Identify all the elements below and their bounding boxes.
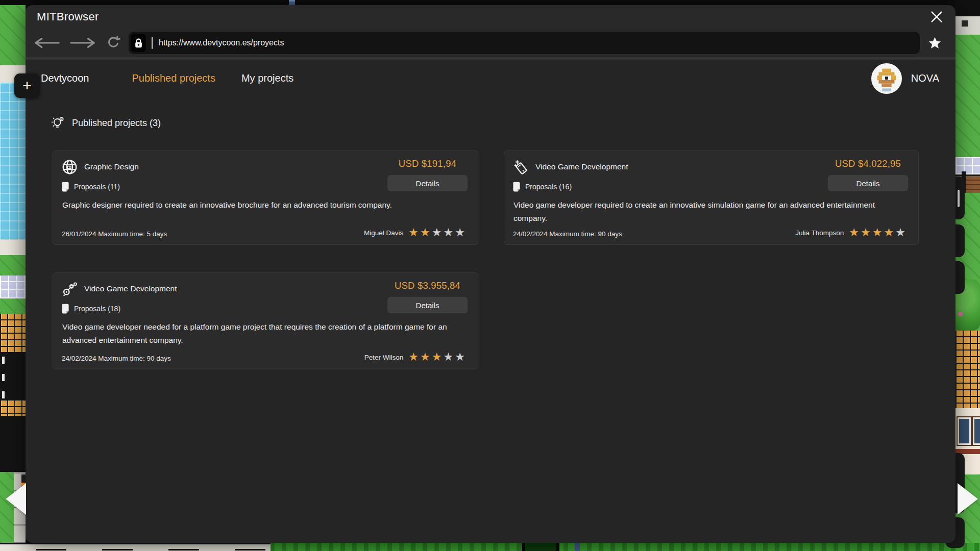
game-house-window xyxy=(973,417,980,445)
back-button[interactable] xyxy=(33,37,60,49)
project-title: Graphic Design xyxy=(84,162,139,171)
project-description: Video game developer required to create … xyxy=(513,198,895,225)
site-brand[interactable]: Devtycoon xyxy=(41,72,89,84)
game-grass xyxy=(0,298,26,314)
globe-icon xyxy=(62,159,78,175)
project-card: Graphic Design USD $191,94 Details Propo… xyxy=(53,151,478,245)
game-bush xyxy=(522,543,559,551)
page-heading: Published projects (3) xyxy=(51,116,955,130)
proposals-count: Proposals (16) xyxy=(525,183,572,191)
game-dark-area xyxy=(955,0,980,16)
star-icon: ★ xyxy=(432,226,444,239)
browser-titlebar: MITBrowser xyxy=(26,5,955,29)
star-icon: ★ xyxy=(455,350,467,363)
project-price: USD $4.022,95 xyxy=(828,158,908,169)
rating-stars: ★★★★★ xyxy=(408,352,467,362)
game-house-window xyxy=(958,417,971,445)
avatar[interactable] xyxy=(871,63,902,94)
url-bar[interactable]: https://www.devtycoon.es/proyects xyxy=(129,32,920,54)
star-icon: ★ xyxy=(408,226,420,239)
project-title: Video Game Development xyxy=(535,162,628,171)
game-dark-area xyxy=(0,416,26,472)
game-plus-button[interactable]: + xyxy=(14,73,40,98)
project-price: USD $191,94 xyxy=(387,158,468,169)
url-separator xyxy=(152,37,153,49)
details-button[interactable]: Details xyxy=(387,175,468,191)
network-nodes-icon xyxy=(62,281,78,297)
card-footer: 24/02/2024 Maximum time: 90 days Julia T… xyxy=(513,228,907,238)
reviewer: Julia Thompson ★★★★★ xyxy=(795,228,907,238)
refresh-button[interactable] xyxy=(106,36,120,50)
game-road-bottom xyxy=(0,543,271,551)
document-icon xyxy=(513,182,521,192)
star-icon: ★ xyxy=(872,226,884,239)
user-box: NOVA xyxy=(871,63,939,94)
proposals-count: Proposals (18) xyxy=(74,305,120,313)
window-title: MITBrowser xyxy=(37,10,99,23)
site-header: Devtycoon Published projects My projects xyxy=(26,60,955,97)
scroll-right-arrow[interactable] xyxy=(958,483,978,515)
card-footer: 24/02/2024 Maximum time: 90 days Peter W… xyxy=(62,352,467,362)
star-icon: ★ xyxy=(420,350,432,363)
star-icon: ★ xyxy=(895,226,907,239)
project-card: Video Game Development USD $3.955,84 Det… xyxy=(53,272,478,369)
star-icon: ★ xyxy=(444,350,455,363)
project-meta: 24/02/2024 Maximum time: 90 days xyxy=(62,355,171,362)
game-grass xyxy=(955,35,980,157)
reviewer: Peter Wilson ★★★★★ xyxy=(364,352,467,362)
arrow-right-icon xyxy=(70,37,96,49)
game-window-pixel xyxy=(962,20,968,27)
close-button[interactable] xyxy=(927,8,946,26)
lock-badge[interactable] xyxy=(131,34,146,52)
bookmark-star-icon xyxy=(928,36,942,50)
rating-stars: ★★★★★ xyxy=(849,228,907,238)
reviewer-name: Julia Thompson xyxy=(795,229,844,237)
game-grass xyxy=(0,255,26,276)
game-road xyxy=(0,240,26,255)
browser-window: MITBrowser xyxy=(26,5,955,543)
rating-stars: ★★★★★ xyxy=(408,228,467,238)
document-icon xyxy=(62,182,69,192)
tab-my-projects[interactable]: My projects xyxy=(241,72,293,84)
star-icon: ★ xyxy=(408,350,420,363)
url-input[interactable]: https://www.devtycoon.es/proyects xyxy=(159,38,284,47)
browser-toolbar: https://www.devtycoon.es/proyects xyxy=(26,29,955,57)
details-button[interactable]: Details xyxy=(828,175,908,191)
project-card: Video Game Development USD $4.022,95 Det… xyxy=(504,151,919,245)
scroll-left-arrow[interactable] xyxy=(6,483,26,515)
project-title: Video Game Development xyxy=(84,284,177,293)
tab-published-projects[interactable]: Published projects xyxy=(132,72,215,84)
reviewer-name: Peter Wilson xyxy=(364,354,404,361)
project-price: USD $3.955,84 xyxy=(387,280,468,291)
star-icon: ★ xyxy=(432,350,444,363)
details-button[interactable]: Details xyxy=(387,297,468,313)
mobile-game-icon xyxy=(513,159,529,175)
star-icon: ★ xyxy=(884,226,896,239)
reviewer: Miguel Davis ★★★★★ xyxy=(364,228,467,238)
game-blue-pixel xyxy=(575,543,580,551)
bookmark-button[interactable] xyxy=(928,36,942,50)
project-meta: 26/01/2024 Maximum time: 5 days xyxy=(62,230,167,238)
game-top-strip xyxy=(0,0,980,5)
game-flower-pixel xyxy=(959,312,962,316)
empty-grid-cell xyxy=(504,272,919,369)
game-water-pool xyxy=(0,83,26,240)
close-icon xyxy=(929,9,944,24)
user-name: NOVA xyxy=(911,72,939,84)
star-icon: ★ xyxy=(849,226,861,239)
game-path-tiles xyxy=(0,276,26,298)
game-building-wall xyxy=(955,16,980,35)
star-icon: ★ xyxy=(861,226,872,239)
game-roof-tiles xyxy=(0,314,26,352)
game-path-tiles xyxy=(955,157,980,174)
document-icon xyxy=(62,304,69,314)
game-roof-tiles xyxy=(0,400,26,416)
reviewer-name: Miguel Davis xyxy=(364,229,403,237)
game-road-marking xyxy=(2,354,5,398)
side-tab-marker xyxy=(958,190,960,207)
price-box: USD $4.022,95 Details xyxy=(828,158,908,191)
forward-button[interactable] xyxy=(70,37,96,49)
price-box: USD $191,94 Details xyxy=(387,158,468,191)
game-roof-tiles xyxy=(955,331,980,408)
project-meta: 24/02/2024 Maximum time: 90 days xyxy=(513,230,622,238)
